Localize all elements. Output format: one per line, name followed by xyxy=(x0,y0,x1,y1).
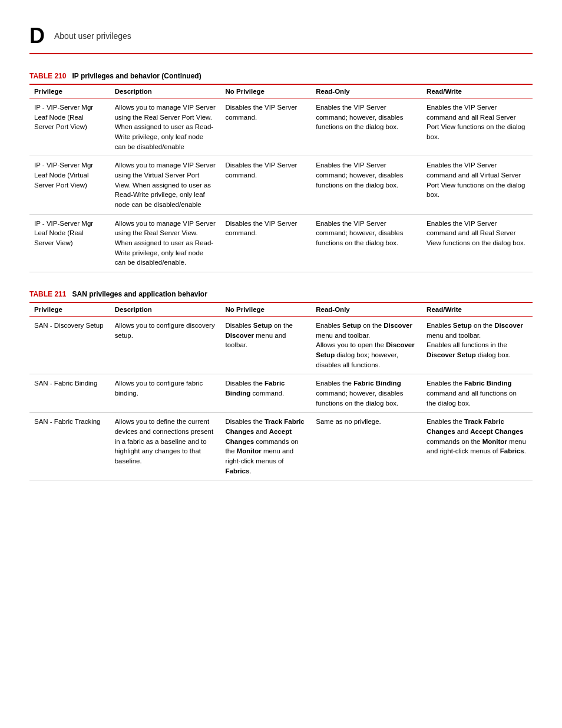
table-211-section: TABLE 211 SAN privileges and application… xyxy=(29,290,533,480)
cell-readwrite: Enables the VIP Server command and all R… xyxy=(422,214,533,272)
table-211: Privilege Description No Privilege Read-… xyxy=(29,302,533,480)
cell-noprivilege: Disables Setup on the Discover menu and … xyxy=(221,317,312,374)
col-header-readonly: Read-Only xyxy=(311,84,422,98)
cell-noprivilege: Disables the Track Fabric Changes and Ac… xyxy=(221,413,312,480)
table-row: IP - VIP-Server Mgr Leaf Node (Real Serv… xyxy=(29,98,533,156)
table-210-section: TABLE 210 IP privileges and behavior (Co… xyxy=(29,72,533,272)
table-row: SAN - Fabric Tracking Allows you to defi… xyxy=(29,413,533,480)
cell-privilege: SAN - Fabric Binding xyxy=(29,374,110,413)
col-header-readwrite: Read/Write xyxy=(422,84,533,98)
page-header: D About user privileges xyxy=(29,24,533,54)
cell-noprivilege: Disables the VIP Server command. xyxy=(221,98,312,156)
cell-privilege: SAN - Fabric Tracking xyxy=(29,413,110,480)
cell-description: Allows you to manage VIP Server using th… xyxy=(110,214,221,272)
cell-description: Allows you to define the current devices… xyxy=(110,413,221,480)
table-row: IP - VIP-Server Mgr Leaf Node (Virtual S… xyxy=(29,156,533,214)
table-210: Privilege Description No Privilege Read-… xyxy=(29,84,533,272)
col-header-privilege: Privilege xyxy=(29,84,110,98)
chapter-title: About user privileges xyxy=(54,31,131,41)
col-header-noprivilege-211: No Privilege xyxy=(221,302,312,317)
cell-readwrite: Enables the Fabric Binding command and a… xyxy=(422,374,533,413)
cell-noprivilege: Disables the Fabric Binding command. xyxy=(221,374,312,413)
cell-readwrite: Enables the VIP Server command and all R… xyxy=(422,98,533,156)
cell-privilege: IP - VIP-Server Mgr Leaf Node (Virtual S… xyxy=(29,156,110,214)
cell-readwrite: Enables the VIP Server command and all V… xyxy=(422,156,533,214)
cell-readonly: Enables Setup on the Discover menu and t… xyxy=(311,317,422,374)
cell-description: Allows you to configure fabric binding. xyxy=(110,374,221,413)
cell-privilege: IP - VIP-Server Mgr Leaf Node (Real Serv… xyxy=(29,98,110,156)
cell-description: Allows you to manage VIP Server using th… xyxy=(110,156,221,214)
table-211-label: TABLE 211 SAN privileges and application… xyxy=(29,290,533,298)
table-row: SAN - Discovery Setup Allows you to conf… xyxy=(29,317,533,374)
cell-description: Allows you to configure discovery setup. xyxy=(110,317,221,374)
cell-privilege: SAN - Discovery Setup xyxy=(29,317,110,374)
col-header-description: Description xyxy=(110,84,221,98)
table-row: SAN - Fabric Binding Allows you to confi… xyxy=(29,374,533,413)
col-header-readwrite-211: Read/Write xyxy=(422,302,533,317)
cell-readwrite: Enables the Track Fabric Changes and Acc… xyxy=(422,413,533,480)
col-header-privilege-211: Privilege xyxy=(29,302,110,317)
chapter-letter: D xyxy=(29,24,45,48)
cell-readonly: Enables the VIP Server command; however,… xyxy=(311,214,422,272)
cell-noprivilege: Disables the VIP Server command. xyxy=(221,214,312,272)
cell-readwrite: Enables Setup on the Discover menu and t… xyxy=(422,317,533,374)
cell-noprivilege: Disables the VIP Server command. xyxy=(221,156,312,214)
col-header-noprivilege: No Privilege xyxy=(221,84,312,98)
cell-readonly: Same as no privilege. xyxy=(311,413,422,480)
col-header-description-211: Description xyxy=(110,302,221,317)
cell-privilege: IP - VIP-Server Mgr Leaf Node (Real Serv… xyxy=(29,214,110,272)
table-row: IP - VIP-Server Mgr Leaf Node (Real Serv… xyxy=(29,214,533,272)
cell-readonly: Enables the VIP Server command; however,… xyxy=(311,156,422,214)
cell-description: Allows you to manage VIP Server using th… xyxy=(110,98,221,156)
table-210-label: TABLE 210 IP privileges and behavior (Co… xyxy=(29,72,533,80)
cell-readonly: Enables the VIP Server command; however,… xyxy=(311,98,422,156)
col-header-readonly-211: Read-Only xyxy=(311,302,422,317)
cell-readonly: Enables the Fabric Binding command; howe… xyxy=(311,374,422,413)
